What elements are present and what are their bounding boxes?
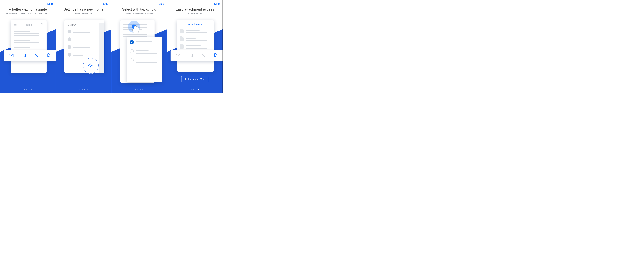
- pointing-hand-icon: [130, 23, 144, 36]
- calendar-icon[interactable]: 19: [188, 53, 193, 58]
- selection-list-illustration: [127, 37, 162, 82]
- attachments-illustration: Attachments: [177, 20, 214, 72]
- check-icon: [130, 40, 134, 44]
- slideout-edge: [99, 23, 104, 73]
- inbox-illustration: Inbox: [11, 20, 46, 73]
- svg-point-4: [36, 54, 37, 56]
- onboarding-screen-4: Skip Easy attachment access from the tab…: [167, 0, 223, 93]
- svg-point-0: [41, 24, 43, 25]
- hamburger-icon: [14, 23, 17, 27]
- svg-text:19: 19: [23, 55, 25, 57]
- onboarding-screen-1: Skip A better way to navigate between Ma…: [0, 0, 56, 93]
- tab-bar: 19: [170, 50, 223, 61]
- attachments-icon[interactable]: [46, 53, 51, 58]
- onboarding-screen-3: Skip Select with tap & hold in Mail, Con…: [112, 0, 167, 93]
- skip-button[interactable]: Skip: [103, 2, 108, 6]
- svg-point-5: [90, 65, 92, 66]
- search-icon: [40, 23, 44, 27]
- svg-text:19: 19: [190, 55, 192, 57]
- svg-point-9: [202, 54, 204, 56]
- page-dots: [167, 88, 223, 90]
- contacts-icon[interactable]: [201, 53, 206, 58]
- mail-icon[interactable]: [9, 53, 14, 58]
- gear-icon: [88, 62, 94, 69]
- inbox-label: Inbox: [17, 24, 40, 26]
- mailbox-label: Mailbox: [68, 23, 99, 26]
- mail-icon[interactable]: [176, 53, 180, 58]
- file-icon: [180, 36, 184, 41]
- attachments-icon[interactable]: [213, 53, 218, 58]
- file-icon: [180, 28, 184, 33]
- file-icon: [180, 44, 184, 48]
- skip-button[interactable]: Skip: [158, 2, 164, 6]
- page-dots: [56, 88, 112, 90]
- skip-button[interactable]: Skip: [47, 2, 53, 6]
- enter-secure-mail-button[interactable]: Enter Secure Mail: [181, 76, 208, 82]
- page-dots: [0, 88, 56, 90]
- unchecked-icon: [130, 49, 134, 53]
- tap-hold-indicator: [128, 21, 144, 36]
- skip-button[interactable]: Skip: [214, 2, 220, 6]
- onboarding-screen-2: Skip Settings has a new home inside the …: [56, 0, 112, 93]
- settings-gear-badge: [83, 58, 99, 74]
- calendar-icon[interactable]: 19: [21, 53, 26, 58]
- unchecked-icon: [130, 58, 134, 62]
- attachments-label: Attachments: [180, 23, 211, 26]
- page-dots: [112, 88, 167, 90]
- contacts-icon[interactable]: [34, 53, 39, 58]
- tab-bar: 19: [4, 50, 56, 61]
